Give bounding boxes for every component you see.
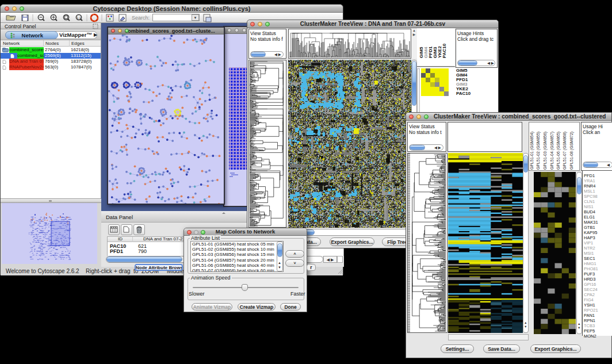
svg-text:Search:: Search: [132,15,150,21]
svg-text:1:1: 1:1 [76,16,81,20]
